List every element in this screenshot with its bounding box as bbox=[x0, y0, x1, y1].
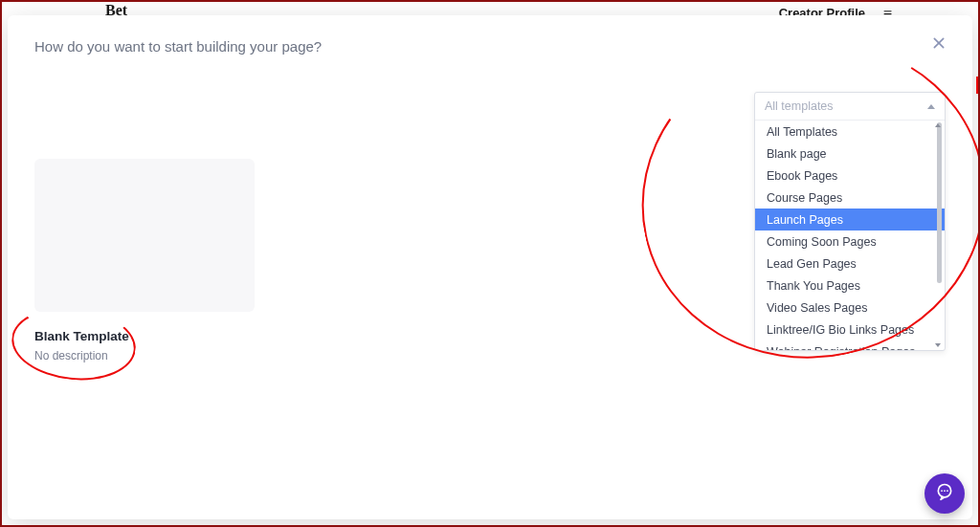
scroll-up-icon[interactable] bbox=[935, 123, 941, 127]
close-icon bbox=[931, 35, 947, 55]
dropdown-item[interactable]: Launch Pages bbox=[755, 209, 945, 231]
dropdown-item[interactable]: Lead Gen Pages bbox=[755, 253, 945, 274]
template-title: Blank Template bbox=[34, 329, 255, 343]
dropdown-item[interactable]: All Templates bbox=[755, 121, 945, 143]
template-description: No description bbox=[34, 349, 255, 362]
scroll-down-icon[interactable] bbox=[935, 343, 941, 347]
template-card-blank[interactable]: Blank Template No description bbox=[34, 159, 255, 362]
svg-point-3 bbox=[941, 490, 943, 492]
dropdown-item[interactable]: Thank You Pages bbox=[755, 274, 945, 296]
dropdown-item[interactable]: Linktree/IG Bio Links Pages bbox=[755, 318, 945, 340]
dropdown-placeholder: All templates bbox=[765, 99, 834, 113]
dropdown-item[interactable]: Course Pages bbox=[755, 187, 945, 209]
annotation-edge-accent bbox=[976, 77, 978, 94]
dropdown-item[interactable]: Blank page bbox=[755, 143, 945, 165]
dropdown-list: All TemplatesBlank pageEbook PagesCourse… bbox=[755, 121, 945, 350]
close-button[interactable] bbox=[928, 34, 949, 55]
chevron-up-icon bbox=[927, 104, 935, 109]
template-filter-dropdown[interactable]: All templates All TemplatesBlank pageEbo… bbox=[754, 92, 946, 351]
svg-point-4 bbox=[944, 490, 946, 492]
dropdown-item[interactable]: Ebook Pages bbox=[755, 165, 945, 187]
scrollbar-thumb[interactable] bbox=[937, 122, 942, 283]
dropdown-header[interactable]: All templates bbox=[755, 93, 945, 121]
dropdown-item[interactable]: Webinar Registration Pages bbox=[755, 340, 945, 350]
chat-fab[interactable] bbox=[924, 473, 965, 514]
dropdown-item[interactable]: Video Sales Pages bbox=[755, 296, 945, 318]
svg-point-5 bbox=[947, 490, 948, 492]
template-picker-modal: How do you want to start building your p… bbox=[8, 15, 972, 519]
dropdown-item[interactable]: Coming Soon Pages bbox=[755, 231, 945, 253]
chat-icon bbox=[935, 482, 954, 505]
template-thumbnail bbox=[34, 159, 255, 312]
modal-title: How do you want to start building your p… bbox=[34, 38, 946, 55]
